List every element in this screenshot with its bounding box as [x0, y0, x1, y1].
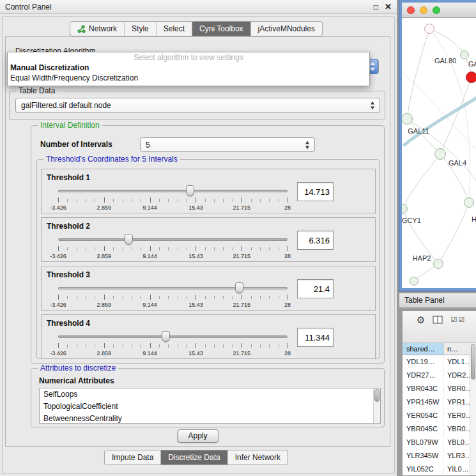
table-row[interactable]: YBR045CYBR0…: [403, 422, 470, 436]
tab-jactivemnodules[interactable]: jActiveMNodules: [250, 22, 322, 36]
network-node[interactable]: [434, 148, 446, 160]
screen: Control Panel □ ✕ Network Style Select C…: [0, 0, 476, 476]
threshold-value-field[interactable]: [297, 279, 334, 298]
dropdown-option-manual-discretization[interactable]: Manual Discretization: [8, 63, 369, 73]
table-row[interactable]: YLR345WYLR3…: [403, 449, 470, 463]
number-of-intervals-value: 5: [146, 138, 150, 152]
columns-icon[interactable]: [433, 316, 443, 324]
slider-scale-label: 15.43: [188, 253, 203, 259]
apply-button[interactable]: Apply: [177, 429, 218, 443]
scrollbar-thumb[interactable]: [471, 344, 475, 380]
float-window-icon[interactable]: □: [374, 3, 378, 11]
table-cell[interactable]: YLR3…: [443, 449, 470, 463]
attribute-list-item[interactable]: BetweennessCentrality: [40, 413, 380, 424]
table-row[interactable]: YBR043CYBR0…: [403, 382, 470, 395]
column-header-shared-name[interactable]: shared…: [403, 343, 443, 355]
table-cell[interactable]: YIL052C: [403, 463, 443, 476]
table-cell[interactable]: YDR27…: [403, 369, 443, 382]
tab-cyni-toolbox[interactable]: Cyni Toolbox: [192, 22, 250, 36]
table-row[interactable]: YPR145WYPR1…: [403, 395, 470, 409]
network-node-label: GA: [468, 60, 476, 68]
select-columns-icon[interactable]: ☑☑: [450, 316, 466, 324]
slider-scale-label: 2.859: [97, 253, 112, 259]
minimize-window-icon[interactable]: [420, 6, 427, 14]
table-cell[interactable]: YBL079W: [403, 436, 443, 449]
network-node-label: HAP2: [413, 254, 431, 262]
gear-icon[interactable]: ⚙: [417, 315, 425, 325]
close-window-icon[interactable]: [407, 6, 415, 14]
table-header-row: shared… n…: [403, 343, 476, 355]
table-row[interactable]: YBL079WYBL0…: [403, 436, 470, 449]
table-cell[interactable]: YBL0…: [443, 436, 470, 449]
window-title: Control Panel: [5, 3, 367, 12]
slider-major-tick: [104, 343, 105, 348]
tab-style[interactable]: Style: [124, 22, 156, 36]
network-node[interactable]: [466, 72, 476, 83]
scrollbar-thumb[interactable]: [374, 389, 380, 402]
table-cell[interactable]: YBR0…: [443, 382, 470, 395]
combo-arrows-icon[interactable]: [370, 102, 376, 110]
algorithm-dropdown-popup: Select algorithm to view settings Manual…: [7, 52, 370, 86]
numerical-attributes-list[interactable]: SelfLoopsTopologicalCoefficientBetweenne…: [39, 388, 381, 424]
slider-major-tick: [196, 197, 196, 203]
threshold-3-panel: Threshold 3 -3.4262.8599.14415.4321.7152…: [41, 266, 376, 311]
network-window-titlebar[interactable]: [402, 3, 476, 18]
control-panel-titlebar[interactable]: Control Panel □ ✕: [0, 0, 397, 14]
threshold-2-slider[interactable]: -3.4262.8599.14415.4321.71528: [58, 233, 288, 261]
table-cell[interactable]: YER054C: [403, 409, 443, 422]
network-node[interactable]: [424, 24, 434, 34]
network-node[interactable]: [460, 50, 469, 59]
table-cell[interactable]: YPR1…: [443, 395, 470, 409]
table-cell[interactable]: YBR045C: [403, 422, 443, 436]
cyni-toolbox-panel: Discretization Algorithm Select algorith…: [5, 36, 390, 447]
number-of-intervals-combobox[interactable]: 5: [140, 137, 315, 152]
threshold-value-field[interactable]: [297, 231, 334, 250]
tab-network[interactable]: Network: [70, 22, 124, 36]
table-cell[interactable]: YIL0…: [443, 463, 470, 476]
table-row[interactable]: YIL052CYIL0…: [403, 463, 470, 476]
table-toolbar: ⚙ ☑☑: [403, 311, 476, 343]
slider-major-tick: [288, 246, 288, 251]
table-data-combobox[interactable]: galFiltered.sif default node: [15, 98, 380, 113]
slider-scale-label: 9.144: [142, 204, 157, 211]
dropdown-option-equal-width-frequency[interactable]: Equal Width/Frequency Discretization: [8, 73, 369, 83]
attribute-list-item[interactable]: TopologicalCoefficient: [40, 401, 380, 413]
threshold-4-panel: Threshold 4 -3.4262.8599.14415.4321.7152…: [41, 314, 376, 359]
tab-discretize-data[interactable]: Discretize Data: [160, 450, 227, 464]
table-row[interactable]: YER054CYER0…: [403, 409, 470, 422]
tab-infer-network[interactable]: Infer Network: [227, 450, 288, 464]
tab-label: jActiveMNodules: [258, 24, 315, 33]
threshold-3-slider[interactable]: -3.4262.8599.14415.4321.71528: [58, 282, 288, 310]
table-scrollbar[interactable]: [470, 343, 476, 475]
threshold-value-field[interactable]: [297, 182, 334, 201]
threshold-1-slider[interactable]: -3.4262.8599.14415.4321.71528: [58, 185, 288, 213]
table-cell[interactable]: YBR043C: [403, 382, 443, 395]
threshold-value-field[interactable]: [297, 328, 334, 347]
slider-scale-label: 2.859: [97, 204, 112, 211]
table-cell[interactable]: YLR345W: [403, 449, 443, 463]
table-panel-header[interactable]: Table Panel: [399, 293, 476, 308]
tab-label: Infer Network: [235, 453, 280, 462]
table-row[interactable]: YDL19…YDL1…: [403, 355, 470, 369]
table-row[interactable]: YDR27…YDR2…: [403, 369, 470, 382]
list-scrollbar[interactable]: [373, 388, 380, 423]
network-node[interactable]: [410, 277, 418, 286]
table-cell[interactable]: YDL1…: [443, 355, 470, 369]
table-panel-title: Table Panel: [404, 296, 445, 305]
table-cell[interactable]: YDL19…: [403, 355, 443, 369]
slider-scale-label: 28: [284, 350, 291, 357]
network-canvas[interactable]: GAL80GAGAL11GAL4GCY1HHAP2: [402, 18, 476, 288]
attribute-list-item[interactable]: SelfLoops: [40, 388, 380, 401]
table-cell[interactable]: YER0…: [443, 409, 470, 422]
table-cell[interactable]: YPR145W: [403, 395, 443, 409]
table-cell[interactable]: YDR2…: [443, 369, 470, 382]
tab-select[interactable]: Select: [156, 22, 192, 36]
zoom-window-icon[interactable]: [433, 6, 440, 14]
network-node[interactable]: [433, 259, 443, 269]
combo-arrows-icon[interactable]: [305, 141, 311, 149]
tab-impute-data[interactable]: Impute Data: [105, 450, 160, 464]
threshold-4-slider[interactable]: -3.4262.8599.14415.4321.71528: [58, 330, 288, 358]
table-cell[interactable]: YBR0…: [443, 422, 470, 436]
close-icon[interactable]: ✕: [385, 3, 392, 11]
network-node[interactable]: [464, 197, 474, 208]
